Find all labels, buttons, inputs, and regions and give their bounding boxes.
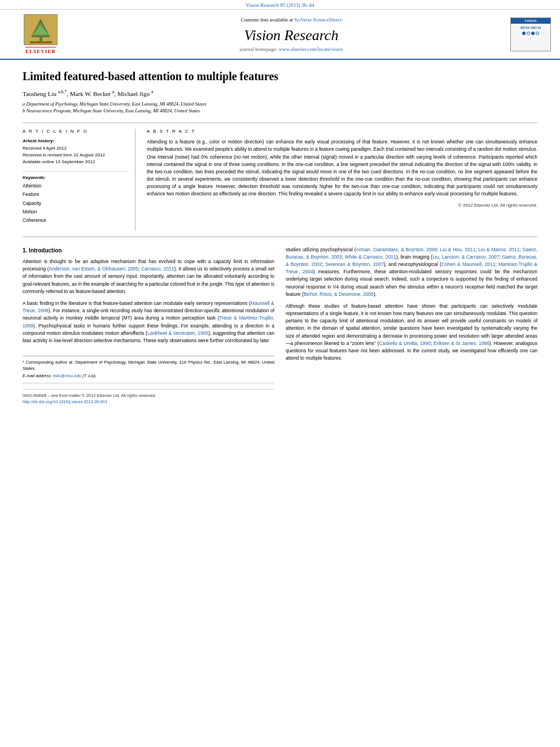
ref-serences[interactable]: Serences & Boynton, 2007 [325,261,384,267]
vr-logo-research-text: RESEARCH [520,25,541,30]
keyword-2: Feature [23,190,128,199]
keyword-3: Capacity [23,199,128,208]
journal-name: Vision Research [244,27,339,44]
ref-carrasco[interactable]: Carrasco, 2011 [141,266,174,272]
elsevier-brand-text: ELSEVIER [25,47,56,54]
vr-logo-area: VISION RESEARCH [508,14,553,54]
history-label: Article history: [23,138,128,143]
footnote-corresponding: * Corresponding author at: Department of… [23,360,274,372]
keywords-label: Keywords: [23,175,128,180]
body-col1-para2: A basic finding in the literature is tha… [23,300,274,344]
affiliation-b: b Neuroscience Program, Michigan State U… [23,107,537,115]
body-section: 1. Introduction Attention is thought to … [23,246,537,405]
copyright-line: © 2012 Elsevier Ltd. All rights reserved… [147,203,537,208]
footnote-area: * Corresponding author at: Department of… [23,356,274,405]
elsevier-logo-area: ELSEVIER [7,14,75,54]
vr-dot-1 [522,32,526,35]
ref-lankheet[interactable]: Lankheet & Verstraten, 1995 [147,330,208,336]
footnote-email-block: E-mail address: tsliu@msu.edu (T. Liu). [23,373,274,379]
footnote-email-author: (T. Liu). [81,373,97,378]
vr-logo-dots [522,32,539,35]
ref-liu-larsson[interactable]: Liu, Larsson, & Carrasco, 2007 [432,254,499,260]
ref-anderson[interactable]: Anderson, van Essen, & Olshausen, 2005 [49,266,139,272]
vr-logo-top-text: VISION [511,18,550,24]
homepage-label: journal homepage: [239,46,278,52]
citation-bar: Vision Research 85 (2013) 36–44 [0,0,560,10]
issn-text: 0042-6989/$ – see front matter © 2012 El… [23,392,274,399]
ref-maunsell[interactable]: Maunsell & Treue, 2006 [23,300,274,313]
abstract-label: A B S T R A C T [147,129,537,134]
citation-text: Vision Research 85 (2013) 36–44 [246,2,314,8]
article-title: Limited featured-based attention to mult… [23,69,537,84]
ref-castiello[interactable]: Castiello & Umilta, 1990 [379,340,431,346]
article-info-col: A R T I C L E I N F O Article history: R… [23,129,135,230]
ref-liu-hou[interactable]: Liu & Hou, 2011 [440,247,476,252]
ref-treue[interactable]: Treue & Martinez-Trujillo, 1999 [23,315,274,328]
vr-dot-3 [531,32,535,35]
vr-logo-body: RESEARCH [519,24,542,37]
article-info-abstract-section: A R T I C L E I N F O Article history: R… [23,123,537,237]
ref-arman[interactable]: Arman, Ciaramitaro, & Boynton, 2006 [356,247,438,252]
received-2: Received in revised form 22 August 2012 [23,152,128,159]
elsevier-logo: ELSEVIER [24,14,58,54]
vr-dot-2 [527,32,530,35]
affiliation-a: a Department of Psychology, Michigan Sta… [23,101,537,108]
article-info-label: A R T I C L E I N F O [23,129,128,134]
homepage-url[interactable]: www.elsevier.com/locate/visres [279,46,343,52]
doi-text[interactable]: http://dx.doi.org/10.1016/j.visres.2012.… [23,399,274,405]
info-divider [23,171,128,172]
contents-list-text: Contents lists available at SciVerse Sci… [241,17,342,23]
bottom-issn: 0042-6989/$ – see front matter © 2012 El… [23,389,274,405]
ref-eriksen[interactable]: Eriksen & St James, 1986 [434,340,489,346]
contents-label: Contents lists available at [241,17,294,23]
journal-homepage: journal homepage: www.elsevier.com/locat… [239,46,343,52]
ref-white[interactable]: White & Carrasco, 2011 [345,254,396,260]
footnote-email-link[interactable]: tsliu@msu.edu [53,373,81,378]
body-col2-para1: studies utilizing psychophysical (Arman,… [286,246,537,298]
elsevier-tree-icon [24,14,58,45]
keyword-1: Attention [23,182,128,190]
main-content: Limited featured-based attention to mult… [0,60,560,417]
abstract-col: A B S T R A C T Attending to a feature (… [147,129,537,230]
body-col2-para2: Although these studies of feature-based … [286,303,537,362]
ref-martinez[interactable]: Martinez-Trujillo & Treue, 2004 [286,261,537,274]
keyword-5: Coherence [23,216,128,225]
journal-header: ELSEVIER Contents lists available at Sci… [0,10,560,60]
body-col1-para1: Attention is thought to be an adaptive m… [23,258,274,295]
ref-liu-mance[interactable]: Liu & Mance, 2011 [479,247,520,252]
section1-heading: 1. Introduction [23,246,274,255]
keyword-4: Motion [23,208,128,216]
ref-bichot[interactable]: Bichot, Rossi, & Desimone, 2005 [304,291,374,297]
vision-research-logo: VISION RESEARCH [510,18,551,51]
affiliations: a Department of Psychology, Michigan Sta… [23,101,537,115]
article-authors: Taosheng Liu a,b,*, Mark W. Becker a, Mi… [23,89,537,97]
received-1: Received 4 April 2012 [23,145,128,152]
journal-center-header: Contents lists available at SciVerse Sci… [80,14,502,54]
svg-rect-4 [30,41,52,43]
sciverse-link[interactable]: SciVerse ScienceDirect [294,17,342,23]
email-label-text: E-mail address: [23,373,53,378]
article-title-section: Limited featured-based attention to mult… [23,69,537,115]
ref-cohen[interactable]: Cohen & Maunsell, 2011 [441,261,496,267]
body-col-right: studies utilizing psychophysical (Arman,… [286,246,537,405]
vr-dot-4 [536,32,539,35]
keywords-list: Attention Feature Capacity Motion Cohere… [23,182,128,225]
keywords-block: Keywords: Attention Feature Capacity Mot… [23,175,128,225]
bottom-divider [23,383,274,383]
article-history-block: Article history: Received 4 April 2012 R… [23,138,128,165]
body-col-left: 1. Introduction Attention is thought to … [23,246,274,405]
available-online: Available online 13 September 2012 [23,159,128,165]
abstract-text: Attending to a feature (e.g., color or m… [147,138,537,198]
